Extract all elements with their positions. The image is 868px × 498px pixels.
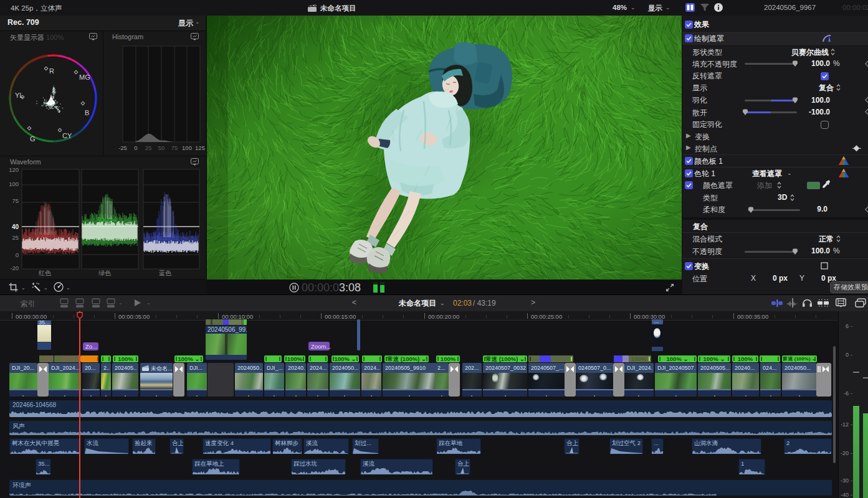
svg-text:G: G <box>30 135 36 143</box>
svg-text:CY: CY <box>62 132 72 139</box>
svg-text:100: 100 <box>182 144 192 151</box>
svg-text:B: B <box>85 109 89 116</box>
svg-text:0: 0 <box>134 144 137 151</box>
svg-text:-25: -25 <box>118 144 127 151</box>
svg-text:50: 50 <box>158 144 165 151</box>
svg-text:R: R <box>49 67 54 75</box>
svg-text:25: 25 <box>145 144 152 151</box>
svg-text:MG: MG <box>79 73 90 81</box>
svg-text:125: 125 <box>195 144 205 151</box>
svg-text:75: 75 <box>171 144 178 151</box>
svg-text:YL: YL <box>15 92 23 99</box>
